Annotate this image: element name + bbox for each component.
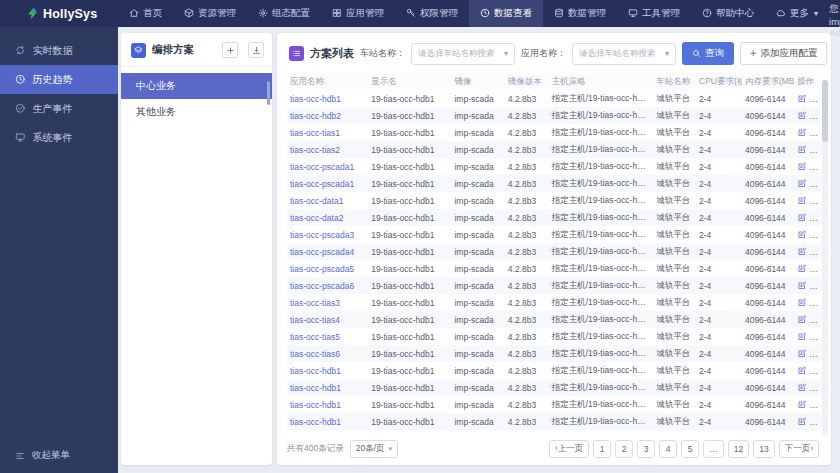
nav-item[interactable]: 资源管理 ▾ [173,0,247,27]
sidebar-item[interactable]: 生产事件 [0,94,118,123]
disable-icon[interactable] [815,298,821,308]
plan-list-item[interactable]: 其他业务 [121,99,272,125]
app-name-link[interactable]: tias-occ-tias2 [290,145,340,155]
disable-icon[interactable] [815,247,821,257]
app-name-link[interactable]: tias-occ-hdb2 [290,111,341,121]
app-name-link[interactable]: tias-occ-pscada3 [290,230,354,240]
cell-station-name: 城轨平台 [653,260,696,277]
edit-icon[interactable] [797,178,807,189]
disable-icon[interactable] [815,264,821,274]
app-name-link[interactable]: tias-occ-pscada1 [290,162,354,172]
app-name-link[interactable]: tias-occ-pscada1 [290,179,354,189]
edit-icon[interactable] [797,365,807,376]
app-name-link[interactable]: tias-occ-hdb1 [290,417,341,427]
page-number-button[interactable]: 1 [593,440,611,458]
page-number-button[interactable]: 5 [681,440,699,458]
edit-icon[interactable] [797,399,807,410]
nav-item[interactable]: 工具管理 ▾ [617,0,691,27]
edit-icon[interactable] [797,161,807,172]
page-number-button[interactable]: 3 [637,440,655,458]
disable-icon[interactable] [815,400,821,410]
nav-item[interactable]: 首页 ▾ [118,0,173,27]
edit-icon[interactable] [797,280,807,291]
nav-item[interactable]: 帮助中心 ▾ [691,0,765,27]
edit-icon[interactable] [797,416,807,427]
disable-icon[interactable] [815,315,821,325]
sidebar-item[interactable]: 实时数据 [0,36,118,65]
disable-icon[interactable] [815,383,821,393]
disable-icon[interactable] [815,179,821,189]
nav-item[interactable]: 更多 ▾ [765,0,829,27]
page-number-button[interactable]: 13 [753,440,774,458]
cell-operations [794,141,821,158]
plan-list-scrollbar[interactable] [267,81,270,105]
edit-icon[interactable] [797,297,807,308]
import-plan-button[interactable] [248,42,264,58]
edit-icon[interactable] [797,246,807,257]
nav-item[interactable]: 应用管理 ▾ [321,0,395,27]
disable-icon[interactable] [815,230,821,240]
nav-item[interactable]: 组态配置 ▾ [247,0,321,27]
nav-item-label: 数据查看 [494,7,532,20]
query-button[interactable]: 查询 [682,42,734,65]
app-name-link[interactable]: tias-occ-tias4 [290,315,340,325]
disable-icon[interactable] [815,281,821,291]
disable-icon[interactable] [815,332,821,342]
edit-icon[interactable] [797,331,807,342]
disable-icon[interactable] [815,196,821,206]
disable-icon[interactable] [815,111,821,121]
edit-icon[interactable] [797,110,807,121]
disable-icon[interactable] [815,94,821,104]
edit-icon[interactable] [797,127,807,138]
app-name-link[interactable]: tias-occ-tias3 [290,298,340,308]
app-name-link[interactable]: tias-occ-tias6 [290,349,340,359]
edit-icon[interactable] [797,229,807,240]
app-name-link[interactable]: tias-occ-hdb1 [290,366,341,376]
app-name-link[interactable]: tias-occ-hdb1 [290,383,341,393]
disable-icon[interactable] [815,145,821,155]
app-name-link[interactable]: tias-occ-pscada4 [290,247,354,257]
edit-icon[interactable] [797,212,807,223]
nav-item[interactable]: 数据查看 ▾ [469,0,543,27]
app-name-link[interactable]: tias-occ-data2 [290,213,343,223]
edit-icon[interactable] [797,93,807,104]
app-name-link[interactable]: tias-occ-hdb1 [290,400,341,410]
station-select[interactable]: 请选择车站名称搜索 ▾ [411,43,515,65]
app-name-link[interactable]: tias-occ-hdb1 [290,94,341,104]
app-name-link[interactable]: tias-occ-pscada6 [290,281,354,291]
page-number-button[interactable]: 4 [659,440,677,458]
disable-icon[interactable] [815,213,821,223]
plan-list-item[interactable]: 中心业务 [121,73,272,99]
nav-item[interactable]: 权限管理 ▾ [395,0,469,27]
page-size-select[interactable]: 20条/页 ▾ [350,440,398,458]
page-number-button[interactable]: … [703,440,724,458]
edit-icon[interactable] [797,314,807,325]
edit-icon[interactable] [797,382,807,393]
prev-page-button[interactable]: ‹上一页 [549,440,589,458]
disable-icon[interactable] [815,349,821,359]
disable-icon[interactable] [815,128,821,138]
disable-icon[interactable] [815,162,821,172]
edit-icon[interactable] [797,263,807,274]
app-name-link[interactable]: tias-occ-pscada5 [290,264,354,274]
add-plan-button[interactable] [222,42,238,58]
page-number-button[interactable]: 12 [728,440,749,458]
disable-icon[interactable] [815,417,821,427]
next-page-button[interactable]: 下一页› [779,440,819,458]
sidebar-item[interactable]: 系统事件 [0,123,118,152]
add-app-config-button[interactable]: 添加应用配置 [740,42,827,65]
edit-icon[interactable] [797,144,807,155]
app-select[interactable]: 请选择车站名称搜索 ▾ [572,43,676,65]
table-scrollbar-track[interactable] [822,79,828,435]
table-scrollbar-thumb[interactable] [822,80,828,142]
disable-icon[interactable] [815,366,821,376]
app-name-link[interactable]: tias-occ-data1 [290,196,343,206]
collapse-menu-button[interactable]: 收起菜单 [15,449,70,462]
page-number-button[interactable]: 2 [615,440,633,458]
app-name-link[interactable]: tias-occ-tias1 [290,128,340,138]
edit-icon[interactable] [797,195,807,206]
sidebar-item[interactable]: 历史趋势 [0,65,118,94]
edit-icon[interactable] [797,348,807,359]
app-name-link[interactable]: tias-occ-tias5 [290,332,340,342]
nav-item[interactable]: 数据管理 ▾ [543,0,617,27]
